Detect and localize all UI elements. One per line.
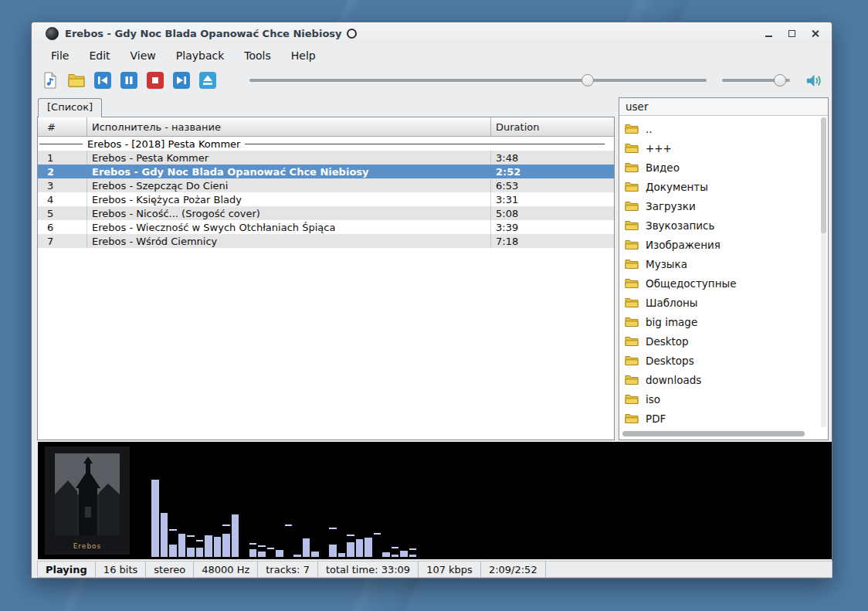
folder-item[interactable]: Загрузки: [619, 196, 820, 216]
add-file-button[interactable]: [41, 71, 59, 90]
cell-dur: 3:39: [491, 220, 614, 234]
folder-item[interactable]: PDF: [619, 409, 820, 428]
file-browser-path[interactable]: user: [619, 98, 828, 116]
folder-item[interactable]: Общедоступные: [619, 273, 820, 293]
horizontal-scrollbar-thumb[interactable]: [622, 431, 805, 436]
folder-list: ..+++ВидеоДокументыЗагрузкиЗвукозаписьИз…: [619, 117, 820, 428]
vertical-scrollbar-thumb[interactable]: [821, 117, 826, 233]
spectrum-bar: [267, 477, 275, 557]
folder-item[interactable]: Музыка: [619, 254, 820, 273]
column-header-number[interactable]: #: [38, 117, 87, 136]
spectrum-bar-fill: [329, 545, 337, 557]
menu-item-file[interactable]: File: [41, 46, 79, 65]
spectrum-peak: [187, 535, 195, 537]
folder-item[interactable]: Desktop: [619, 331, 820, 351]
column-header-title[interactable]: Исполнитель - название: [87, 117, 491, 136]
playlist-panel: # Исполнитель - название Duration Erebos…: [37, 117, 615, 440]
playlist-row[interactable]: 1Erebos - Pesta Kommer3:48: [38, 151, 614, 165]
spectrum-bar: [400, 477, 408, 557]
cell-dur: 3:48: [491, 151, 614, 165]
volume-slider[interactable]: [722, 73, 790, 88]
spectrum-bar-fill: [232, 514, 239, 557]
folder-item[interactable]: Изображения: [619, 235, 820, 254]
spectrum-bar: [151, 477, 159, 557]
vertical-scrollbar[interactable]: [821, 117, 826, 427]
spectrum-peak: [329, 528, 337, 529]
folder-item[interactable]: iso: [619, 389, 820, 409]
spectrum-peak: [285, 524, 293, 526]
album-art: Erebos: [45, 446, 130, 555]
folder-item[interactable]: downloads: [619, 370, 820, 389]
playlist-row[interactable]: 7Erebos - Wśród Ciemnicy7:18: [38, 234, 614, 248]
spectrum-bar: [196, 477, 204, 557]
tabbar: [Список]: [38, 98, 102, 117]
titlebar[interactable]: Erebos - Gdy Noc Blada Opanować Chce Nie…: [32, 22, 832, 44]
status-segment: 16 bits: [96, 562, 146, 577]
seek-thumb[interactable]: [581, 74, 594, 87]
cell-title: Erebos - Wśród Ciemnicy: [87, 234, 491, 248]
menu-item-edit[interactable]: Edit: [79, 46, 120, 65]
volume-thumb[interactable]: [774, 74, 786, 87]
folder-icon: [67, 71, 86, 90]
spectrum-bar: [285, 477, 293, 557]
seek-slider[interactable]: [249, 73, 707, 88]
app-icon: [46, 27, 59, 40]
playlist-row[interactable]: 5Erebos - Nicość... (Srogość cover)5:08: [38, 206, 614, 220]
column-header-duration[interactable]: Duration: [491, 117, 614, 136]
album-art-caption: Erebos: [45, 542, 130, 550]
folder-item[interactable]: +++: [619, 138, 820, 158]
open-folder-button[interactable]: [67, 71, 86, 90]
volume-button[interactable]: [804, 71, 822, 90]
folder-label: Изображения: [646, 239, 721, 251]
playlist-tab[interactable]: [Список]: [38, 98, 102, 117]
spectrum-bar-fill: [356, 539, 364, 557]
maximize-button[interactable]: [785, 27, 798, 39]
file-browser-panel: user ..+++ВидеоДокументыЗагрузкиЗвукозап…: [619, 97, 829, 440]
close-button[interactable]: [809, 27, 821, 39]
folder-item[interactable]: Звукозапись: [619, 216, 820, 235]
folder-label: Звукозапись: [646, 219, 714, 232]
spectrum-bar: [222, 477, 230, 557]
eject-button[interactable]: [198, 71, 217, 90]
spectrum-bar-fill: [178, 534, 186, 557]
playlist-row[interactable]: 3Erebos - Szepcząc Do Cieni6:53: [38, 178, 614, 192]
playlist-header: # Исполнитель - название Duration: [38, 117, 614, 137]
spectrum-bar-fill: [400, 551, 408, 557]
playlist-row[interactable]: 2Erebos - Gdy Noc Blada Opanować Chce Ni…: [38, 165, 614, 178]
pause-button[interactable]: [120, 71, 138, 90]
stop-button[interactable]: [146, 71, 164, 90]
spectrum-bar-fill: [169, 545, 177, 557]
status-segment: stereo: [146, 562, 194, 577]
previous-button[interactable]: [93, 71, 112, 90]
cell-title: Erebos - Pesta Kommer: [87, 151, 491, 165]
spectrum-bar-fill: [364, 538, 372, 557]
spectrum-peak: [409, 548, 417, 550]
folder-item[interactable]: Видео: [619, 158, 820, 177]
speaker-icon: [805, 72, 822, 90]
cell-num: 6: [38, 220, 87, 234]
menu-item-help[interactable]: Help: [281, 46, 326, 65]
playlist-row[interactable]: 6Erebos - Wieczność w Swych Otchłaniach …: [38, 220, 614, 234]
spectrum-bar-fill: [303, 538, 310, 557]
folder-item[interactable]: Документы: [619, 177, 820, 196]
spectrum-peak: [392, 547, 399, 548]
folder-item[interactable]: ..: [619, 119, 820, 138]
previous-icon: [93, 71, 112, 90]
menu-item-tools[interactable]: Tools: [234, 46, 281, 65]
menu-item-playback[interactable]: Playback: [166, 46, 234, 65]
folder-item[interactable]: Шаблоны: [619, 293, 820, 312]
folder-icon: [625, 335, 639, 347]
cell-num: 5: [38, 206, 87, 220]
playlist-row[interactable]: 4Erebos - Księżyca Pożar Blady3:31: [38, 192, 614, 206]
folder-item[interactable]: big image: [619, 312, 820, 331]
status-segment: tracks: 7: [258, 562, 318, 577]
spectrum-bar-fill: [293, 555, 301, 557]
folder-label: Шаблоны: [646, 297, 697, 309]
folder-item[interactable]: Desktops: [619, 351, 820, 370]
folder-label: Desktop: [646, 335, 689, 348]
minimize-button[interactable]: [762, 27, 775, 39]
menu-item-view[interactable]: View: [120, 46, 166, 65]
next-button[interactable]: [172, 71, 191, 90]
playlist-rows: 1Erebos - Pesta Kommer3:482Erebos - Gdy …: [38, 151, 614, 248]
cell-num: 7: [38, 234, 87, 248]
